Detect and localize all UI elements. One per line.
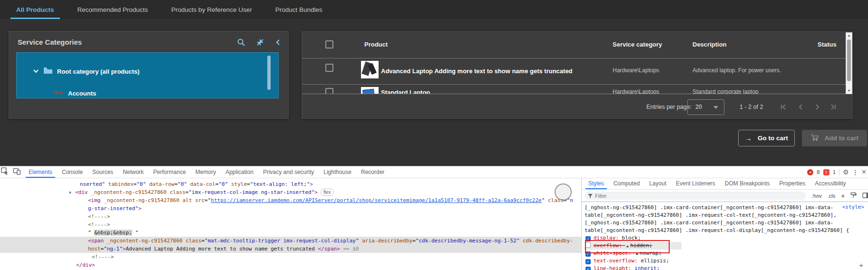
- column-header-status[interactable]: Status: [818, 41, 837, 48]
- css-property[interactable]: ✓white-space: ▸nowrap;: [585, 250, 868, 257]
- tree-item[interactable]: Accounts: [54, 89, 96, 97]
- cls-toggle[interactable]: .cls: [828, 193, 836, 199]
- prev-page-button[interactable]: [795, 101, 807, 113]
- scroll-up-icon[interactable]: ▲: [846, 33, 852, 39]
- css-selector[interactable]: table[_ngcontent-ng-c915427860] .imx-req…: [585, 227, 868, 234]
- new-rule-plus-icon[interactable]: +: [859, 261, 863, 269]
- go-to-cart-button[interactable]: → Go to cart: [738, 130, 795, 146]
- table-scrollbar[interactable]: ▲ ▼: [846, 32, 852, 94]
- tab-all-products[interactable]: All Products: [10, 0, 60, 19]
- devtools-tab-performance[interactable]: Performance: [148, 166, 191, 178]
- chevron-left-icon[interactable]: [275, 39, 282, 46]
- styles-tab-dom-breakpoints[interactable]: DOM Breakpoints: [720, 178, 775, 189]
- property-checkbox[interactable]: [585, 242, 591, 248]
- issue-count[interactable]: 1: [833, 169, 836, 175]
- devtools-tab-privacy-and-security[interactable]: Privacy and security: [258, 166, 319, 178]
- scroll-down-icon[interactable]: ▼: [846, 88, 852, 94]
- column-header-service-category[interactable]: Service category: [613, 41, 662, 48]
- css-selector[interactable]: table[_ngcontent-ng-c915427860] .imx-req…: [585, 212, 868, 219]
- css-property[interactable]: ✓display: block;: [585, 234, 868, 242]
- code-token: [104, 238, 107, 244]
- error-badge-icon[interactable]: ×: [807, 169, 813, 175]
- tree-scrollbar[interactable]: [267, 56, 271, 90]
- product-name[interactable]: Standard Laptop: [381, 89, 430, 94]
- code-line[interactable]: " &nbsp;&nbsp; ": [0, 229, 581, 237]
- row-checkbox[interactable]: [325, 64, 333, 72]
- product-name[interactable]: Advanced Laptop Adding more text to show…: [381, 68, 573, 75]
- issues-icon[interactable]: !: [823, 169, 829, 175]
- more-options-icon[interactable]: ⋮: [852, 169, 858, 176]
- property-checkbox[interactable]: ✓: [585, 267, 591, 270]
- collapse-tree-icon[interactable]: [256, 38, 264, 47]
- flex-badge[interactable]: flex: [321, 189, 334, 196]
- code-line[interactable]: ▼<div _ngcontent-ng-c915427860 class="im…: [0, 188, 581, 196]
- device-toolbar-icon[interactable]: [13, 167, 21, 177]
- devtools-tab-recorder[interactable]: Recorder: [356, 166, 389, 178]
- css-property[interactable]: ✓line-height: inherit;: [585, 265, 868, 270]
- code-line[interactable]: host="ng-1">Advanced Laptop Adding more …: [0, 245, 581, 253]
- scrollbar-thumb[interactable]: [847, 39, 851, 81]
- panel-layout-icon[interactable]: [862, 193, 868, 199]
- code-line[interactable]: <span _ngcontent-ng-c915427860 class="ma…: [0, 237, 581, 245]
- inspect-icon[interactable]: [1, 167, 9, 177]
- column-header-description[interactable]: Description: [692, 41, 727, 48]
- first-page-button[interactable]: [778, 101, 789, 113]
- code-line[interactable]: g-star-inserted">: [0, 204, 581, 212]
- code-line[interactable]: <!---->: [0, 212, 581, 221]
- hov-toggle[interactable]: :hov: [812, 193, 822, 199]
- style-source-link[interactable]: <style>: [842, 204, 864, 210]
- styles-tab-event-listeners[interactable]: Event Listeners: [671, 178, 720, 189]
- devtools-toolbar: ElementsConsoleSourcesNetworkPerformance…: [0, 166, 868, 178]
- close-devtools-icon[interactable]: ×: [862, 168, 866, 176]
- table-row[interactable]: Standard LaptopHardware\LaptopsStandard …: [302, 84, 852, 94]
- styles-tab-accessibility[interactable]: Accessibility: [810, 178, 850, 189]
- search-icon[interactable]: [237, 38, 245, 47]
- code-line[interactable]: nserted" tabindex="0" data-row="0" data-…: [0, 180, 581, 188]
- devtools-tab-application[interactable]: Application: [221, 166, 258, 178]
- styles-tab-layout[interactable]: Layout: [644, 178, 671, 189]
- tab-label: Product Bundles: [275, 6, 322, 13]
- devtools-tab-network[interactable]: Network: [118, 166, 148, 178]
- settings-gear-icon[interactable]: ⚙: [843, 168, 849, 176]
- column-header-product[interactable]: Product: [364, 41, 388, 48]
- chevron-down-icon[interactable]: [33, 68, 39, 75]
- styles-tab-styles[interactable]: Styles: [584, 178, 609, 189]
- code-line[interactable]: <!---->: [0, 253, 581, 261]
- new-style-rule-icon[interactable]: +: [841, 192, 845, 200]
- code-line[interactable]: <!---->: [0, 221, 581, 229]
- add-to-cart-button[interactable]: Add to cart: [802, 130, 867, 146]
- styles-filter-row: :hov .cls +: [582, 190, 868, 202]
- table-clip-edge: [302, 94, 852, 94]
- property-checkbox[interactable]: ✓: [585, 251, 591, 257]
- row-checkbox[interactable]: [325, 88, 333, 94]
- error-count[interactable]: 8: [817, 169, 819, 175]
- css-selector[interactable]: [_nghost-ng-c915427860] .imx-card-contai…: [585, 204, 868, 212]
- property-checkbox[interactable]: ✓: [585, 259, 591, 264]
- styles-tab-computed[interactable]: Computed: [609, 178, 644, 189]
- code-token: [228, 181, 231, 187]
- tab-product-bundles[interactable]: Product Bundles: [270, 0, 328, 19]
- code-line[interactable]: </div>: [0, 261, 581, 269]
- css-property[interactable]: overflow: ▸hidden;: [585, 242, 682, 250]
- next-page-button[interactable]: [811, 101, 823, 113]
- styles-tab-properties[interactable]: Properties: [775, 178, 810, 189]
- tab-products-by-reference-user[interactable]: Products by Reference User: [166, 0, 258, 19]
- devtools-tab-lighthouse[interactable]: Lighthouse: [319, 166, 356, 178]
- rendering-brush-icon[interactable]: [850, 192, 857, 199]
- devtools-tab-elements[interactable]: Elements: [24, 166, 57, 178]
- image-src-link[interactable]: https://iamserver.iamdemo.com/APIServer/…: [211, 197, 541, 203]
- styles-filter-input[interactable]: [585, 192, 806, 200]
- select-all-checkbox[interactable]: [325, 40, 333, 48]
- code-line[interactable]: <img _ngcontent-ng-c915427860 alt src="h…: [0, 196, 581, 204]
- table-row[interactable]: Advanced Laptop Adding more text to show…: [302, 58, 852, 85]
- property-checkbox[interactable]: ✓: [585, 236, 591, 241]
- css-selector[interactable]: [_nghost-ng-c915427860] .imx-card-contai…: [585, 219, 868, 227]
- devtools-tab-sources[interactable]: Sources: [88, 166, 118, 178]
- last-page-button[interactable]: [828, 101, 839, 113]
- entries-per-page-select[interactable]: 20: [687, 99, 724, 115]
- tab-recommended-products[interactable]: Recommended Products: [72, 0, 154, 19]
- devtools-tab-memory[interactable]: Memory: [191, 166, 221, 178]
- tree-item[interactable]: Root category (all products): [33, 67, 139, 76]
- css-property[interactable]: ✓text-overflow: ellipsis;: [585, 257, 868, 265]
- devtools-tab-console[interactable]: Console: [57, 166, 88, 178]
